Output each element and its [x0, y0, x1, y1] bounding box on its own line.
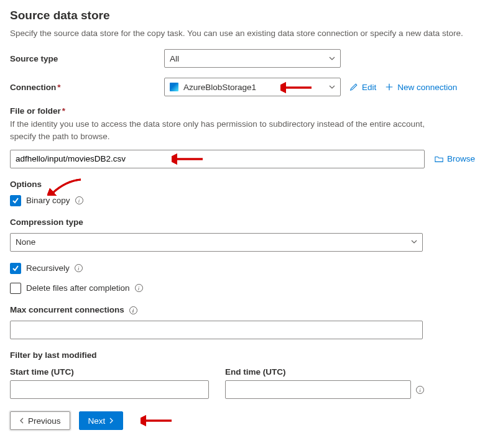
chevron-left-icon [19, 418, 24, 424]
compression-label: Compression type [10, 217, 475, 227]
options-label: Options [10, 180, 475, 189]
annotation-arrow [141, 415, 173, 428]
info-icon[interactable]: i [129, 306, 137, 314]
folder-icon [435, 155, 443, 163]
page-title: Source data store [10, 9, 475, 22]
chevron-down-icon [329, 54, 335, 63]
next-button[interactable]: Next [79, 411, 124, 430]
end-time-label: End time (UTC) [225, 367, 411, 377]
browse-button[interactable]: Browse [435, 154, 475, 163]
file-path-input[interactable] [10, 150, 425, 168]
compression-value: None [16, 237, 35, 247]
max-conn-label: Max concurrent connections i [10, 305, 475, 315]
file-folder-label: File or folder* [10, 106, 475, 116]
filter-label: Filter by last modified [10, 350, 475, 360]
source-type-select[interactable]: All [164, 49, 341, 68]
file-folder-hint: If the identity you use to access the da… [10, 118, 445, 144]
chevron-down-icon [329, 83, 335, 92]
page-description: Specify the source data store for the co… [10, 29, 475, 38]
info-icon[interactable]: i [75, 264, 83, 272]
recursively-label: Recursively [26, 263, 70, 273]
max-conn-input[interactable] [10, 321, 423, 339]
pencil-icon [349, 83, 358, 91]
info-icon[interactable]: i [416, 386, 424, 394]
source-type-value: All [170, 54, 179, 63]
new-connection-button[interactable]: New connection [385, 83, 457, 92]
annotation-arrow [280, 82, 313, 95]
chevron-right-icon [109, 418, 114, 424]
recursively-checkbox[interactable] [10, 263, 21, 274]
delete-after-checkbox[interactable] [10, 283, 21, 294]
plus-icon [385, 83, 394, 91]
info-icon[interactable]: i [135, 284, 143, 292]
binary-copy-checkbox[interactable] [10, 195, 21, 206]
start-time-label: Start time (UTC) [10, 367, 209, 377]
chevron-down-icon [411, 237, 417, 247]
connection-select[interactable]: AzureBlobStorage1 [164, 78, 341, 96]
info-icon[interactable]: i [75, 196, 83, 204]
end-time-input[interactable] [225, 380, 411, 399]
connection-label: Connection* [10, 83, 164, 92]
edit-connection-button[interactable]: Edit [349, 83, 376, 92]
check-icon [12, 197, 19, 204]
delete-after-label: Delete files after completion [26, 283, 130, 293]
previous-button[interactable]: Previous [10, 411, 70, 430]
start-time-input[interactable] [10, 380, 209, 399]
source-type-label: Source type [10, 54, 164, 63]
connection-value: AzureBlobStorage1 [183, 83, 256, 92]
binary-copy-label: Binary copy [26, 196, 70, 205]
compression-select[interactable]: None [10, 233, 423, 252]
storage-icon [170, 83, 178, 91]
check-icon [12, 265, 19, 272]
